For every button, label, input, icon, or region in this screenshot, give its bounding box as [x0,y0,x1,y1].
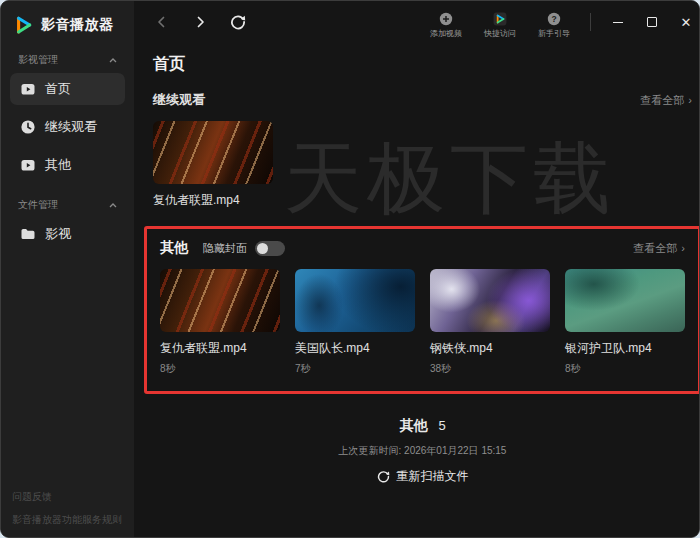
minimize-button[interactable] [607,11,629,33]
continue-view-all-link[interactable]: 查看全部 › [640,93,692,108]
other-section-title: 其他 [160,239,188,257]
last-updated-text: 上次更新时间: 2026年01月22日 15:15 [339,444,507,458]
sidebar-footer: 问题反馈 影音播放器功能服务规则 [1,481,134,527]
sidebar-item-continue-watching[interactable]: 继续观看 [10,111,125,143]
plus-circle-icon [439,12,453,26]
app-logo-row: 影音播放器 [1,14,134,36]
add-video-button[interactable]: 添加视频 [430,12,462,39]
topbar-divider [590,13,591,31]
rescan-files-button[interactable]: 重新扫描文件 [377,468,469,485]
video-card[interactable]: 美国队长.mp4 7秒 [295,269,415,376]
sidebar-item-label: 首页 [45,80,71,98]
refresh-icon [377,470,390,483]
chevron-right-icon: › [688,94,692,106]
app-window: 影音播放器 影视管理 首页 继续观看 [0,0,700,538]
continue-cards-row: 复仇者联盟.mp4 [153,121,700,209]
video-thumbnail[interactable] [430,269,550,332]
sidebar-item-label: 继续观看 [45,118,97,136]
topbar-actions: 添加视频 快捷访问 ? 新手引导 [430,12,570,39]
chevron-right-icon: › [681,242,685,254]
sidebar: 影音播放器 影视管理 首页 继续观看 [1,1,134,537]
video-filename: 银河护卫队.mp4 [565,340,685,357]
close-icon: ✕ [681,15,692,30]
topbar: 添加视频 快捷访问 ? 新手引导 [134,1,700,43]
video-thumbnail[interactable] [153,121,273,184]
content: 天极下载 首页 继续观看 查看全部 › 复仇者联盟.mp4 其他 [134,43,700,537]
other-section-header: 其他 隐藏封面 查看全部 › [160,239,685,257]
video-card[interactable]: 复仇者联盟.mp4 [153,121,273,209]
window-controls: ✕ [607,11,697,33]
video-filename: 钢铁侠.mp4 [430,340,550,357]
maximize-button[interactable] [641,11,663,33]
beginner-guide-label: 新手引导 [538,28,570,39]
footer-category-count: 5 [438,418,445,433]
video-thumbnail[interactable] [295,269,415,332]
sidebar-item-label: 影视 [45,225,71,243]
rescan-files-label: 重新扫描文件 [397,468,469,485]
chevron-up-icon [108,57,118,64]
continue-section-title: 继续观看 [153,91,205,109]
sidebar-item-movies[interactable]: 影视 [10,218,125,250]
sidebar-item-label: 其他 [45,156,71,174]
other-view-all-link[interactable]: 查看全部 › [633,241,685,256]
video-card[interactable]: 复仇者联盟.mp4 8秒 [160,269,280,376]
sidebar-section-video-mgmt[interactable]: 影视管理 [1,53,134,67]
hide-cover-label: 隐藏封面 [203,241,247,256]
play-square-icon [20,81,36,97]
video-duration: 7秒 [295,362,415,376]
library-footer: 其他 5 上次更新时间: 2026年01月22日 15:15 重新扫描文件 [144,417,700,485]
sidebar-section-file-mgmt[interactable]: 文件管理 [1,198,134,212]
video-duration: 8秒 [565,362,685,376]
play-square-icon [20,157,36,173]
video-thumbnail[interactable] [160,269,280,332]
video-filename: 复仇者联盟.mp4 [160,340,280,357]
continue-section-header: 继续观看 查看全部 › [153,91,692,109]
footer-category-label: 其他 [399,417,427,435]
video-duration: 8秒 [160,362,280,376]
other-section-highlighted: 其他 隐藏封面 查看全部 › 复仇者联盟.mp4 8秒 [144,226,700,394]
sidebar-section-label: 影视管理 [18,53,58,67]
question-circle-icon: ? [547,12,561,26]
video-card[interactable]: 银河护卫队.mp4 8秒 [565,269,685,376]
feedback-link[interactable]: 问题反馈 [12,490,123,504]
other-cards-row: 复仇者联盟.mp4 8秒 美国队长.mp4 7秒 钢铁侠.mp4 38秒 [160,269,685,376]
service-rules-link[interactable]: 影音播放器功能服务规则 [12,513,123,527]
video-filename: 复仇者联盟.mp4 [153,192,273,209]
video-filename: 美国队长.mp4 [295,340,415,357]
beginner-guide-button[interactable]: ? 新手引导 [538,12,570,39]
video-card[interactable]: 钢铁侠.mp4 38秒 [430,269,550,376]
hide-cover-toggle[interactable] [255,241,285,256]
video-thumbnail[interactable] [565,269,685,332]
back-button[interactable] [154,14,170,30]
sidebar-item-home[interactable]: 首页 [10,73,125,105]
close-button[interactable]: ✕ [675,11,697,33]
sidebar-item-other[interactable]: 其他 [10,149,125,181]
page-title: 首页 [153,54,692,75]
app-logo-icon [493,12,507,26]
clock-icon [20,119,36,135]
main-area: 添加视频 快捷访问 ? 新手引导 [134,1,700,537]
svg-text:?: ? [551,14,556,24]
toggle-knob [257,243,268,254]
chevron-up-icon [108,202,118,209]
quick-access-button[interactable]: 快捷访问 [484,12,516,39]
sidebar-section-label: 文件管理 [18,198,58,212]
app-title: 影音播放器 [41,16,114,34]
quick-access-label: 快捷访问 [484,28,516,39]
refresh-button[interactable] [230,14,246,30]
add-video-label: 添加视频 [430,28,462,39]
folder-icon [20,226,36,242]
video-duration: 38秒 [430,362,550,376]
forward-button[interactable] [192,14,208,30]
app-logo-icon [12,14,34,36]
